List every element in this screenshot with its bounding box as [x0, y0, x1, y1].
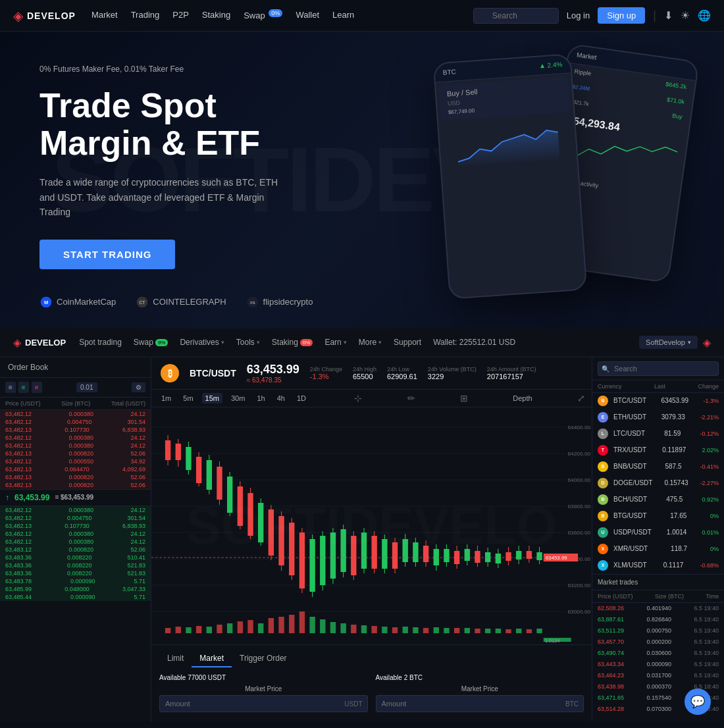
- trading-form: Limit Market Trigger Order Available 770…: [151, 644, 592, 721]
- svg-rect-133: [485, 629, 490, 633]
- rp-mt-headers: Price (USDT) Size (BTC) Time: [592, 590, 724, 603]
- nav2-swap-badge: 9%: [155, 339, 168, 346]
- ticker-vol: 24h Volume (BTC) 3229: [428, 366, 477, 380]
- form-tab-market[interactable]: Market: [192, 650, 232, 667]
- nav2-more[interactable]: More ▾: [359, 338, 382, 347]
- ob-sell-btn[interactable]: ≡: [32, 382, 42, 393]
- svg-text:63600.00: 63600.00: [567, 530, 590, 536]
- ticker-price: 63,453.99: [247, 363, 299, 377]
- nav2-staking[interactable]: Staking 0%: [272, 338, 313, 347]
- rp-coin-row[interactable]: B BCH/USDT 475.5 0.92%: [592, 492, 724, 508]
- chart-4h[interactable]: 4h: [274, 393, 288, 403]
- form-tab-limit[interactable]: Limit: [159, 650, 192, 667]
- svg-text:63453.99: 63453.99: [546, 555, 567, 561]
- ob-buy-row: 63,482.120.004750301.54: [0, 514, 151, 522]
- chart-15m[interactable]: 15m: [202, 393, 222, 403]
- brand-flipside: FS flipsidecrypto: [246, 296, 313, 309]
- ticker-amount-val: 207167157: [487, 373, 536, 380]
- nav-p2p[interactable]: P2P: [172, 10, 189, 20]
- nav2-swap[interactable]: Swap 9%: [134, 338, 168, 347]
- form-sell-currency: BTC: [565, 700, 579, 707]
- svg-rect-134: [496, 629, 501, 633]
- logo-icon: ◈: [13, 8, 23, 24]
- rp-coin-row[interactable]: L LTC/USDT 81.59 -0.12%: [592, 426, 724, 442]
- chat-icon[interactable]: 💬: [685, 689, 711, 715]
- nav2-support[interactable]: Support: [394, 338, 421, 347]
- form-tab-trigger[interactable]: Trigger Order: [232, 650, 295, 667]
- ob-buy-row: 63,483.360.008220521.83: [0, 569, 151, 577]
- form-sell-amount[interactable]: [376, 695, 584, 712]
- nav2-logo[interactable]: ◈ DEVELOP: [13, 336, 66, 349]
- ob-buy-btn[interactable]: ≡: [18, 382, 29, 393]
- nav-wallet[interactable]: Wallet: [296, 10, 319, 20]
- search-input[interactable]: [473, 8, 559, 24]
- rp-coin-row[interactable]: E ETH/USDT 3079.33 -2.21%: [592, 409, 724, 426]
- chart-30m[interactable]: 30m: [228, 393, 248, 403]
- svg-rect-110: [247, 620, 253, 633]
- ob-settings-btn[interactable]: ⚙: [132, 382, 145, 392]
- svg-rect-128: [434, 627, 439, 633]
- download-icon[interactable]: ⬇: [664, 9, 673, 22]
- nav-swap[interactable]: Swap 0%: [244, 10, 282, 20]
- chart-indicator-icon[interactable]: ⊹: [354, 393, 362, 403]
- rp-coin-row[interactable]: B BTC/USDT 63453.99 -1.3%: [592, 393, 724, 409]
- nav-staking[interactable]: Staking: [202, 10, 230, 20]
- nav-learn[interactable]: Learn: [332, 10, 354, 20]
- btc-icon: ₿: [161, 364, 179, 382]
- svg-text:M: M: [44, 299, 48, 305]
- rp-coin-row[interactable]: X XMR/USDT 118.7 0%: [592, 541, 724, 558]
- candlestick-chart: 64400.00 64200.00 64000.00 63800.00 6360…: [151, 407, 592, 644]
- start-trading-button[interactable]: START TRADING: [39, 240, 175, 269]
- ticker-high-val: 65500: [353, 373, 376, 380]
- svg-rect-138: [536, 629, 542, 633]
- svg-rect-137: [527, 629, 532, 633]
- chart-5m[interactable]: 5m: [180, 393, 196, 403]
- ob-buy-row: 63,482.120.00038024.12: [0, 506, 151, 514]
- chart-draw-icon[interactable]: ✏: [407, 393, 415, 403]
- rp-coin-row[interactable]: U USDP/USDT 1.0014 0.01%: [592, 525, 724, 541]
- nav2-tools[interactable]: Tools ▾: [236, 338, 260, 347]
- svg-rect-103: [176, 627, 181, 633]
- nav2-spot[interactable]: Spot trading: [79, 338, 122, 347]
- chart-expand-icon[interactable]: ⤢: [577, 393, 585, 403]
- coinmarketcap-icon: M: [39, 296, 53, 309]
- logo[interactable]: ◈ DEVELOP: [13, 8, 76, 24]
- nav-market[interactable]: Market: [91, 10, 118, 20]
- chart-1m[interactable]: 1m: [158, 393, 174, 403]
- ob-sell-row: 63,482.130.00082052.06: [0, 473, 151, 481]
- rp-coin-row[interactable]: D DOGE/USDT 0.15743 -2.27%: [592, 475, 724, 492]
- rp-coin-row[interactable]: X XLM/USDT 0.1117 -0.68%: [592, 558, 724, 574]
- chart-1d[interactable]: 1D: [294, 393, 309, 403]
- chart-depth-btn[interactable]: Depth: [513, 394, 532, 402]
- form-sell-amount-wrap: BTC: [376, 695, 584, 712]
- theme-icon[interactable]: ☀: [681, 9, 690, 22]
- ticker-low: 24h Low 62909.61: [387, 366, 417, 380]
- rp-coin-row[interactable]: B BNB/USDT 587.5 -0.41%: [592, 459, 724, 475]
- form-tabs: Limit Market Trigger Order: [159, 650, 584, 667]
- nav2-earn[interactable]: Earn ▾: [324, 338, 346, 347]
- svg-rect-120: [351, 625, 356, 633]
- rp-coin-row[interactable]: B BTG/USDT 17.65 0%: [592, 508, 724, 525]
- nav-trading[interactable]: Trading: [131, 10, 160, 20]
- ticker-pair[interactable]: BTC/USDT: [190, 368, 236, 378]
- rp-coin-row[interactable]: T TRX/USDT 0.11897 2.02%: [592, 442, 724, 459]
- signup-button[interactable]: Sign up: [598, 7, 645, 24]
- swap-badge: 0%: [269, 9, 282, 17]
- softdevelop-dropdown[interactable]: SoftDevelop ▾: [639, 336, 698, 349]
- form-buy-amount[interactable]: [159, 695, 368, 712]
- market-trade-row: 63,887.610.8268406.5 19:40: [592, 614, 724, 625]
- login-button[interactable]: Log in: [567, 11, 590, 20]
- ob-decimal-btn[interactable]: 0.01: [76, 382, 97, 392]
- right-panel: 🔍 Currency Last Change B BTC/USDT 63453.…: [592, 357, 724, 721]
- nav2-derivatives[interactable]: Derivatives ▾: [180, 338, 224, 347]
- svg-rect-104: [186, 627, 191, 633]
- form-sell-price-label: Market Price: [376, 685, 584, 692]
- ob-sell-row: 63,482.130.1077306,838.93: [0, 426, 151, 434]
- chart-1h[interactable]: 1h: [253, 393, 268, 403]
- ob-mid-price: ↑ 63,453.99 = $63,453.99: [0, 489, 151, 506]
- chart-layout-icon[interactable]: ⊞: [460, 393, 468, 403]
- cointelegraph-icon: CT: [136, 296, 149, 309]
- ob-all-btn[interactable]: ≡: [5, 382, 16, 393]
- rp-search-input[interactable]: [598, 361, 719, 376]
- globe-icon[interactable]: 🌐: [698, 9, 711, 22]
